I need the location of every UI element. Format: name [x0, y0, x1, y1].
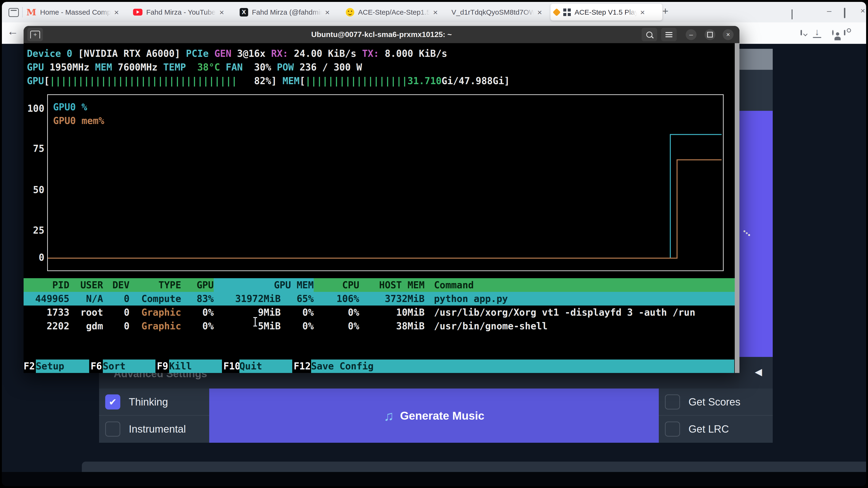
close-tab-icon[interactable]: ×	[325, 8, 330, 16]
huggingface-icon	[346, 8, 354, 17]
table-row-selected[interactable]: 449965 N/A 0 Compute 83% 31972MiB 65% 10…	[24, 292, 735, 305]
collapse-left-icon[interactable]: ◀	[755, 366, 762, 377]
page-bottom-panel-edge	[82, 462, 866, 472]
close-tab-icon[interactable]: ×	[640, 8, 645, 16]
close-tab-icon[interactable]: ×	[433, 8, 438, 16]
left-options-panel: ✔ Thinking Instrumental	[99, 389, 209, 443]
terminal-title: Ubuntu@0077-kcl-sma6-prxmx10125: ~	[24, 26, 739, 43]
close-tab-icon[interactable]: ×	[114, 8, 119, 16]
close-tab-icon[interactable]: ×	[219, 8, 224, 16]
tab-label: Home - Massed Compute	[40, 8, 111, 16]
window-minimize-button[interactable]: –	[827, 6, 832, 15]
sorted-column-header: GPU MEM	[214, 278, 314, 292]
browser-window: M Home - Massed Compute × Fahd Mirza - Y…	[2, 2, 866, 486]
terminal-close-button[interactable]: ×	[723, 29, 734, 40]
fkey-quit[interactable]: F10Quit	[223, 360, 292, 373]
tab-label: Fahd Mirza - YouTube	[146, 8, 216, 16]
terminal-window: Ubuntu@0077-kcl-sma6-prxmx10125: ~ + – ×…	[24, 26, 739, 373]
advanced-settings-strip: Advanced Settings	[99, 373, 739, 389]
x-logo-icon: X	[240, 8, 248, 17]
close-tab-icon[interactable]: ×	[537, 8, 542, 16]
terminal-titlebar[interactable]: Ubuntu@0077-kcl-sma6-prxmx10125: ~ + – ×	[24, 26, 739, 43]
fkey-save-config[interactable]: F12Save Config	[294, 360, 734, 373]
tab-label: V_d1rTdqkQyoSM8td7OWl	[452, 8, 534, 16]
terminal-new-tab-button[interactable]: +	[27, 28, 43, 41]
generate-music-button[interactable]: ♫ Generate Music	[209, 389, 659, 443]
ace-step-grid-icon	[563, 8, 571, 16]
extensions-puzzle-icon[interactable]	[844, 31, 845, 35]
get-scores-label: Get Scores	[688, 396, 740, 408]
tab-ace-step-playground-active[interactable]: ACE-Step V1.5 Playgro ×	[551, 4, 662, 21]
table-row[interactable]: 2202 gdm 0 Graphic 0% 5MiB 0% 0% 38MiB /…	[24, 319, 735, 333]
gpu-chart-svg	[48, 95, 723, 270]
terminal-minimize-button[interactable]: –	[686, 29, 696, 40]
instrumental-checkbox[interactable]	[105, 422, 120, 436]
terminal-menu-button[interactable]	[661, 28, 677, 41]
tab-x-fahdmirza[interactable]: X Fahd Mirza (@fahdmirza ×	[236, 4, 348, 21]
account-icon[interactable]	[832, 31, 834, 35]
thinking-option[interactable]: ✔ Thinking	[99, 389, 209, 415]
get-scores-option[interactable]: Get Scores	[659, 389, 773, 415]
gpu-utilization-chart: GPU0 % GPU0 mem%	[47, 94, 724, 271]
diamond-icon	[554, 9, 559, 15]
fkey-sort[interactable]: F6Sort	[91, 360, 155, 373]
downloads-icon[interactable]: ↓	[812, 28, 822, 38]
tab-video-file[interactable]: V_d1rTdqkQyoSM8td7OWl ×	[449, 4, 554, 21]
y-tick-25: 25	[26, 226, 44, 235]
y-tick-0: 0	[26, 253, 44, 262]
massed-compute-icon: M	[26, 7, 36, 18]
instrumental-label: Instrumental	[129, 423, 186, 435]
new-tab-button[interactable]: +	[662, 5, 669, 17]
terminal-maximize-button[interactable]	[705, 29, 715, 40]
new-terminal-tab-icon: +	[30, 31, 40, 38]
get-lrc-label: Get LRC	[688, 423, 729, 435]
fkey-kill[interactable]: F9Kill	[157, 360, 222, 373]
window-restore-button[interactable]	[844, 8, 845, 18]
y-tick-100: 100	[26, 104, 44, 113]
tab-youtube[interactable]: Fahd Mirza - YouTube ×	[129, 4, 242, 21]
process-table: PID USER DEV TYPE GPU GPU MEM CPU HOST M…	[24, 278, 735, 333]
terminal-search-button[interactable]	[642, 28, 657, 41]
y-tick-75: 75	[26, 144, 44, 153]
page-slate-block	[739, 70, 773, 111]
advanced-settings-label[interactable]: Advanced Settings	[114, 373, 207, 380]
instrumental-option[interactable]: Instrumental	[99, 416, 209, 443]
tab-strip: M Home - Massed Compute × Fahd Mirza - Y…	[2, 2, 866, 22]
thinking-checkbox[interactable]: ✔	[105, 394, 120, 410]
tab-label: ACE-Step/Ace-Step1.5 · H	[358, 8, 430, 16]
fkey-bar: F2Setup F6Sort F9Kill F10Quit F12Save Co…	[24, 360, 734, 373]
maximize-icon	[707, 32, 713, 37]
terminal-body: Device 0 [NVIDIA RTX A6000] PCIe GEN 3@1…	[24, 43, 739, 373]
get-lrc-checkbox[interactable]	[665, 422, 680, 436]
process-table-header: PID USER DEV TYPE GPU GPU MEM CPU HOST M…	[24, 278, 735, 292]
y-tick-50: 50	[26, 185, 44, 195]
youtube-icon	[133, 9, 143, 15]
tab-label: Fahd Mirza (@fahdmirza	[252, 8, 322, 16]
music-note-icon: ♫	[384, 408, 394, 424]
nvtop-device-line: Device 0 [NVIDIA RTX A6000] PCIe GEN 3@1…	[27, 47, 447, 60]
tab-huggingface-ace-step[interactable]: ACE-Step/Ace-Step1.5 · H ×	[342, 4, 454, 21]
page-gray-block	[739, 49, 773, 70]
nvtop-clock-line: GPU 1950MHz MEM 7600MHz TEMP 38°C FAN 30…	[27, 60, 362, 74]
fkey-setup[interactable]: F2Setup	[24, 360, 89, 373]
right-options-panel: Get Scores Get LRC	[659, 389, 773, 443]
legend-gpu-pct: GPU0 %	[53, 102, 87, 112]
screen: M Home - Massed Compute × Fahd Mirza - Y…	[0, 0, 868, 488]
legend-gpu-mem-pct: GPU0 mem%	[53, 115, 104, 126]
page-purple-sidebar	[739, 111, 773, 357]
get-scores-checkbox[interactable]	[665, 394, 680, 410]
page-bottom-bar	[2, 472, 866, 486]
back-button[interactable]: ←	[7, 25, 19, 38]
generate-music-label: Generate Music	[400, 409, 484, 422]
thinking-label: Thinking	[129, 396, 168, 408]
tab-label: ACE-Step V1.5 Playgro	[575, 8, 637, 16]
search-icon	[646, 32, 652, 38]
tab-list-chevron-icon[interactable]	[792, 9, 793, 19]
window-close-button[interactable]: ×	[861, 6, 865, 15]
pocket-icon[interactable]	[801, 31, 802, 35]
firefox-view-icon[interactable]	[8, 8, 19, 17]
get-lrc-option[interactable]: Get LRC	[659, 416, 773, 443]
tab-home-massed-compute[interactable]: M Home - Massed Compute ×	[23, 4, 135, 21]
terminal-scrollbar[interactable]	[735, 43, 739, 373]
table-row[interactable]: 1733 root 0 Graphic 0% 9MiB 0% 0% 10MiB …	[24, 305, 735, 319]
